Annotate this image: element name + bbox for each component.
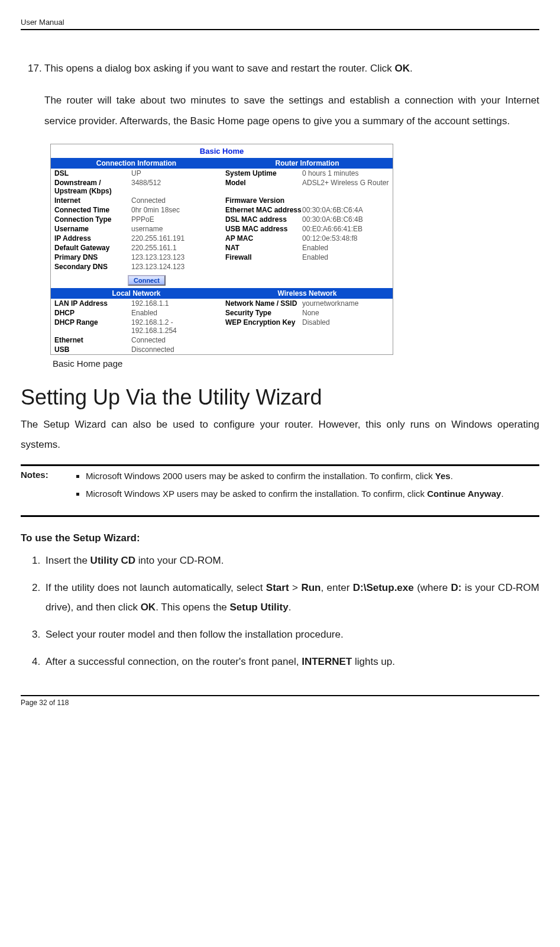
s4b: INTERNET — [302, 656, 352, 667]
info-label: AP MAC — [225, 234, 302, 243]
info-label: IP Address — [54, 234, 131, 243]
step17-number: 17. — [28, 60, 44, 78]
wizard-step-1: Insert the Utility CD into your CD-ROM. — [43, 551, 539, 570]
wizard-step-3: Select your router model and then follow… — [43, 625, 539, 644]
s2k: . This opens the — [156, 602, 229, 613]
info-label: USB — [54, 345, 131, 354]
info-label: DHCP Range — [54, 318, 131, 335]
wizard-step-2: If the utility does not launch automatic… — [43, 578, 539, 617]
info-label: Downstream / Upstream (Kbps) — [54, 179, 131, 195]
bar-wireless-network: Wireless Network — [222, 288, 393, 299]
note2-a: Microsoft Windows XP users may be asked … — [86, 489, 427, 499]
info-label: Ethernet — [54, 336, 131, 344]
info-value: 3488/512 — [131, 179, 218, 195]
info-value: UP — [131, 169, 218, 177]
info-value: Enabled — [302, 253, 389, 261]
bar-local-network: Local Network — [51, 288, 222, 299]
s2e: , enter — [321, 582, 352, 593]
note1-yes: Yes — [435, 471, 451, 481]
section-heading: Setting Up Via the Utility Wizard — [21, 385, 539, 410]
s4a: After a successful connection, on the ro… — [46, 656, 302, 667]
info-label: Ethernet MAC address — [225, 206, 302, 214]
info-label: USB MAC address — [225, 225, 302, 233]
info-label: DSL MAC address — [225, 215, 302, 224]
info-value: 00:30:0A:6B:C6:4A — [302, 206, 389, 214]
info-label: Primary DNS — [54, 253, 131, 261]
info-label: Connection Type — [54, 215, 131, 224]
note-item-2: Microsoft Windows XP users may be asked … — [86, 487, 539, 501]
info-label: System Uptime — [225, 169, 302, 177]
info-value: 0 hours 1 minutes — [302, 169, 389, 177]
connect-button[interactable]: Connect — [128, 275, 166, 286]
info-label: Secondary DNS — [54, 263, 131, 271]
info-label: Firewall — [225, 253, 302, 261]
s2b: Start — [266, 582, 289, 593]
fig-title: Basic Home — [51, 144, 393, 158]
info-label: Username — [54, 225, 131, 233]
wizard-heading: To use the Setup Wizard: — [21, 532, 539, 544]
note2-c: . — [501, 489, 503, 499]
s2f: D:\Setup.exe — [353, 582, 414, 593]
info-value: 0hr 0min 18sec — [131, 206, 218, 214]
step17-text-b: . — [410, 63, 413, 74]
info-value: Disabled — [302, 318, 389, 335]
info-value — [302, 196, 389, 205]
s4c: lights up. — [352, 656, 395, 667]
info-label: Security Type — [225, 309, 302, 317]
info-label: Connected Time — [54, 206, 131, 214]
info-value: 220.255.161.191 — [131, 234, 218, 243]
info-value: Connected — [131, 196, 218, 205]
info-value: ADSL2+ Wireless G Router — [302, 179, 389, 195]
info-label: Default Gateway — [54, 244, 131, 252]
figure-caption: Basic Home page — [53, 358, 393, 369]
page-footer: Page 32 of 118 — [21, 699, 539, 707]
info-value: Connected — [131, 336, 218, 344]
section-desc: The Setup Wizard can also be used to con… — [21, 415, 539, 455]
info-value: Enabled — [131, 309, 218, 317]
info-value: None — [302, 309, 389, 317]
notes-label: Notes: — [21, 470, 74, 506]
s2d: Run — [301, 582, 321, 593]
info-label: DHCP — [54, 309, 131, 317]
s2l: Setup Utility — [230, 602, 289, 613]
info-value: 123.123.123.123 — [131, 253, 218, 261]
info-value: username — [131, 225, 218, 233]
info-value: 220.255.161.1 — [131, 244, 218, 252]
basic-home-figure: Basic Home Connection Information Router… — [50, 144, 393, 369]
info-value: Disconnected — [131, 345, 218, 354]
s1b: Utility CD — [90, 555, 136, 566]
info-value: 00:12:0e:53:48:f8 — [302, 234, 389, 243]
info-value: 192.168.1.1 — [131, 299, 218, 308]
s2m: . — [289, 602, 292, 613]
info-label: WEP Encryption Key — [225, 318, 302, 335]
info-label: Model — [225, 179, 302, 195]
info-value: 00:E0:A6:66:41:EB — [302, 225, 389, 233]
notes-rule-top — [21, 464, 539, 466]
s2h: D: — [451, 582, 462, 593]
s2g: (where — [414, 582, 451, 593]
info-value: 192.168.1.2 - 192.168.1.254 — [131, 318, 218, 335]
info-label: LAN IP Address — [54, 299, 131, 308]
header-label: User Manual — [21, 18, 539, 27]
s2c: > — [289, 582, 302, 593]
bar-router-info: Router Information — [222, 158, 393, 169]
note1-c: . — [451, 471, 453, 481]
s2j: OK — [141, 602, 156, 613]
s1a: Insert the — [46, 555, 90, 566]
s1c: into your CD-ROM. — [135, 555, 224, 566]
info-label: DSL — [54, 169, 131, 177]
top-rule — [21, 29, 539, 30]
bar-connection-info: Connection Information — [51, 158, 222, 169]
note-item-1: Microsoft Windows 2000 users may be aske… — [86, 470, 539, 483]
wizard-step-4: After a successful connection, on the ro… — [43, 652, 539, 671]
info-value: 123.123.124.123 — [131, 263, 218, 271]
step17-text-a: This opens a dialog box asking if you wa… — [44, 63, 395, 74]
info-value: yournetworkname — [302, 299, 389, 308]
step17-body: The router will take about two minutes t… — [44, 90, 539, 132]
info-label: NAT — [225, 244, 302, 252]
info-value: Enabled — [302, 244, 389, 252]
info-value: 00:30:0A:6B:C6:4B — [302, 215, 389, 224]
bottom-rule — [21, 695, 539, 696]
info-label: Network Name / SSID — [225, 299, 302, 308]
info-value: PPPoE — [131, 215, 218, 224]
